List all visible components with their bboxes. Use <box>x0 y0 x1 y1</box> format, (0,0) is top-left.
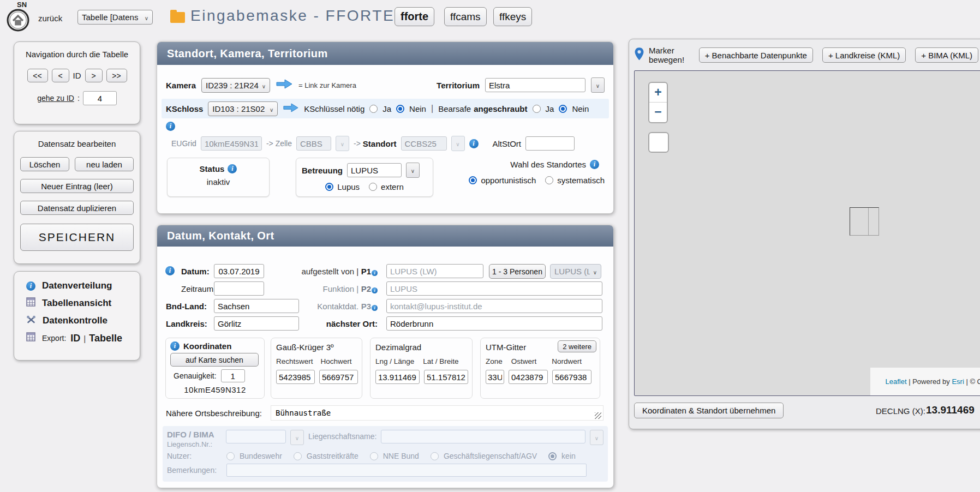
betreuung-lupus-radio[interactable] <box>325 183 333 191</box>
zoom-out-button[interactable]: − <box>649 102 667 122</box>
betreuung-extern-radio[interactable] <box>369 183 377 191</box>
standort-info-icon[interactable] <box>469 139 479 148</box>
p2-input[interactable] <box>386 281 602 296</box>
nav-id-label: ID <box>73 71 81 80</box>
esri-link[interactable]: Esri <box>952 377 964 386</box>
reload-button[interactable]: neu laden <box>75 157 134 171</box>
utm-more-button[interactable]: 2 weitere <box>558 340 596 352</box>
betreuung-dropdown-button[interactable] <box>406 163 420 178</box>
nutzer-bundeswehr-radio <box>226 452 235 460</box>
ort-label: nächster Ort: <box>326 319 378 328</box>
export-table-link[interactable]: Tabelle <box>89 333 122 344</box>
tab-ffcams[interactable]: ffcams <box>444 7 487 26</box>
resize-handle[interactable] <box>595 412 601 419</box>
utm-zone-input[interactable] <box>486 370 504 384</box>
liegensch-nr-label: Liegensch.Nr.: <box>167 440 222 448</box>
kschluessel-nein-radio[interactable] <box>396 105 404 113</box>
nav-next-button[interactable]: > <box>85 69 103 82</box>
p3-input[interactable] <box>386 299 602 313</box>
kamera-label: Kamera <box>166 81 196 90</box>
table-select[interactable]: Tabelle [Datens <box>77 10 153 25</box>
kschluessel-ja-radio[interactable] <box>369 105 378 113</box>
liegensch-nr-dropdown-button <box>290 430 304 445</box>
leaflet-link[interactable]: Leaflet <box>886 377 907 386</box>
bearsafe-ja-radio[interactable] <box>533 105 541 113</box>
wahl-opportunistisch-radio[interactable] <box>469 176 477 184</box>
nav-last-button[interactable]: >> <box>106 69 127 82</box>
p1-input[interactable] <box>386 264 483 278</box>
kamera-select[interactable]: ID239 : 21R24 <box>201 78 270 93</box>
utm-ostwert-input[interactable] <box>509 370 548 384</box>
status-value: inaktiv <box>207 177 230 187</box>
bearsafe-nein-radio[interactable] <box>559 105 567 113</box>
save-button[interactable]: SPEICHERN <box>20 224 134 251</box>
dez-col1-label: Lng / Länge <box>375 357 414 365</box>
utm-nordwert-input[interactable] <box>552 370 591 384</box>
link-tabellenansicht[interactable]: Tabellenansicht <box>14 295 140 312</box>
export-label: Export: <box>42 334 66 343</box>
datum-panel-title: Datum, Kontakt, Ort <box>167 230 274 242</box>
personen-button[interactable]: 1 - 3 Personen <box>489 264 546 279</box>
link-arrow-icon[interactable] <box>276 79 293 92</box>
dez-col2-label: Lat / Breite <box>423 357 458 365</box>
genauigkeit-input[interactable] <box>221 369 245 382</box>
altstort-input[interactable] <box>525 136 575 151</box>
p1-select[interactable]: LUPUS (LW <box>550 264 601 279</box>
wahl-systematisch-radio[interactable] <box>545 176 553 184</box>
datum-info-icon[interactable] <box>165 266 175 275</box>
export-id-link[interactable]: ID <box>70 333 80 344</box>
map-area[interactable]: + − Leaflet | Powered by Esri | © C <box>634 70 980 396</box>
status-info-icon[interactable] <box>228 164 237 173</box>
kschloss-info-icon[interactable] <box>166 122 175 131</box>
koordinaten-info-icon[interactable] <box>170 341 180 351</box>
betreuung-input[interactable] <box>347 163 402 177</box>
chevron-down-icon <box>262 81 266 90</box>
datum-input[interactable] <box>214 264 264 278</box>
back-link[interactable]: zurück <box>38 14 62 23</box>
apply-coordinates-button[interactable]: Koordinaten & Standort übernehmen <box>634 403 784 418</box>
bima-kml-button[interactable]: + BIMA (KML) <box>915 47 978 63</box>
lng-input[interactable] <box>375 370 420 384</box>
nutzer-option-label: Geschäftsliegenschaft/AGV <box>444 452 537 460</box>
karte-suchen-button[interactable]: auf Karte suchen <box>170 353 259 367</box>
ort-input[interactable] <box>386 316 602 331</box>
goto-id-input[interactable] <box>83 91 117 105</box>
bearsafe-nein-label: Nein <box>572 104 589 113</box>
rechtswert-input[interactable] <box>276 370 315 384</box>
standort-input <box>401 136 447 151</box>
nav-prev-button[interactable]: < <box>52 69 69 82</box>
kschloss-select[interactable]: ID103 : 21S02 <box>208 101 278 116</box>
p1-info-icon[interactable] <box>372 270 378 276</box>
tab-ffkeys[interactable]: ffkeys <box>493 7 532 26</box>
ortsbeschreibung-textarea[interactable]: Bühnaustraße <box>271 405 603 421</box>
logo-region-label: SN <box>12 1 32 9</box>
link-datenkontrolle[interactable]: Datenkontrolle <box>14 312 140 329</box>
territorium-input[interactable] <box>485 78 585 92</box>
lat-input[interactable] <box>424 370 468 384</box>
map-panel: Marker bewegen! + Benachbarte Datenpunkt… <box>629 39 980 429</box>
tab-fforte[interactable]: fforte <box>395 7 434 26</box>
territorium-dropdown-button[interactable] <box>591 77 605 93</box>
goto-id-link[interactable]: gehe zu ID <box>37 94 74 103</box>
link-arrow-icon[interactable] <box>283 103 299 115</box>
p2-label: P2 <box>361 284 371 293</box>
datapoints-button[interactable]: + Benachbarte Datenpunkte <box>699 47 813 63</box>
nav-first-button[interactable]: << <box>27 69 48 82</box>
link-datenverteilung[interactable]: Datenverteilung <box>14 277 140 295</box>
p2-info-icon[interactable] <box>372 287 378 293</box>
datum-panel-header: Datum, Kontakt, Ort <box>157 225 613 247</box>
p3-info-icon[interactable] <box>372 305 378 311</box>
map-layers-button[interactable] <box>648 132 669 153</box>
new-entry-button[interactable]: Neuer Eintrag (leer) <box>20 179 134 193</box>
link-export: Export: ID | Tabelle <box>14 329 140 347</box>
duplicate-button[interactable]: Datensatz duplizieren <box>20 201 134 215</box>
home-button[interactable]: SN <box>4 1 32 34</box>
zoom-in-button[interactable]: + <box>649 83 667 102</box>
difo-bima-section: DIFO / BIMA Liegensch.Nr.: Liegenschafts… <box>163 426 608 482</box>
landkreise-kml-button[interactable]: + Landkreise (KML) <box>822 47 906 63</box>
delete-button[interactable]: Löschen <box>20 157 69 171</box>
zeitraum-input[interactable] <box>214 281 264 296</box>
wahl-info-icon[interactable] <box>590 160 599 169</box>
link-label: Datenverteilung <box>42 280 112 291</box>
hochwert-input[interactable] <box>319 370 358 384</box>
